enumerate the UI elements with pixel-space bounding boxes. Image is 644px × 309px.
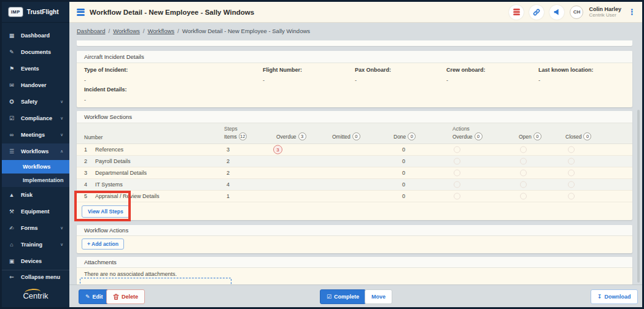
download-button[interactable]: ↧ Download: [591, 289, 638, 304]
sidebar-item-dashboard[interactable]: ▦ Dashboard: [2, 28, 69, 44]
row-name: Appraisal / Review Details: [95, 193, 160, 199]
kebab-menu-icon[interactable]: ⋮: [627, 7, 637, 17]
empty-badge: [454, 193, 460, 200]
sidebar-item-devices[interactable]: ▣ Devices: [2, 253, 69, 270]
field-value: -: [84, 97, 127, 103]
breadcrumb-link-workflows-2[interactable]: Workflows: [147, 28, 174, 34]
announcements-button[interactable]: [549, 5, 564, 20]
incident-register-button[interactable]: [509, 5, 524, 20]
red-stack-icon: [513, 9, 520, 15]
field-value: -: [538, 77, 594, 83]
sidebar-item-events[interactable]: ⚑ Events: [2, 61, 69, 77]
column-overdue-actions: Overdue0: [452, 132, 483, 140]
sidebar-item-compliance[interactable]: ☑ Compliance ∨: [2, 110, 69, 127]
empty-badge: [454, 158, 460, 165]
complete-button[interactable]: ☑ Complete: [320, 289, 366, 304]
row-name: References: [95, 147, 123, 153]
incident-fields: Type of Incident: - Flight Number: - Pax…: [77, 63, 632, 107]
sidebar-subitem-implementation[interactable]: Implementation: [2, 174, 69, 187]
table-row[interactable]: 1 References 3 3 0: [77, 144, 632, 156]
sidebar-item-documents[interactable]: ✎ Documents: [2, 44, 69, 61]
field-label: Incident Details:: [84, 86, 127, 93]
add-action-button[interactable]: + Add action: [82, 238, 124, 250]
workflow-sections-card: Workflow Sections Number Steps Actions I…: [77, 111, 632, 220]
card-title: Aircraft Incident Details: [84, 53, 144, 60]
table-row[interactable]: 4 IT Systems 4 0: [77, 179, 632, 191]
collapse-menu-button[interactable]: ⇐ Collapse menu: [2, 270, 69, 284]
table-row[interactable]: 3 Departmental Details 2 0: [77, 167, 632, 179]
sidebar-item-meetings[interactable]: ∞ Meetings ∨: [2, 127, 69, 143]
user-avatar[interactable]: CH: [570, 6, 583, 19]
row-done: 0: [402, 181, 405, 188]
main-area: Workflow Detail - New Employee - Sally W…: [69, 2, 642, 307]
breadcrumb-link-workflows[interactable]: Workflows: [113, 28, 140, 34]
sidebar-item-training[interactable]: ⌂ Training ∨: [2, 237, 69, 253]
link-button[interactable]: [529, 5, 544, 20]
paperclip-icon: ✎: [8, 49, 15, 55]
edit-button[interactable]: ✎ Edit: [79, 289, 110, 304]
sidebar-item-safety[interactable]: ✪ Safety ∨: [2, 94, 69, 110]
column-omitted: Omitted0: [332, 132, 360, 140]
trash-icon: [113, 294, 119, 300]
chevron-down-icon: ∨: [60, 132, 63, 137]
count-badge: 0: [533, 132, 541, 140]
sidebar-item-label: Documents: [21, 49, 63, 55]
handover-icon: ✉: [8, 82, 15, 88]
field-label: Flight Number:: [263, 67, 302, 73]
app-window: IMP TrustFlight ▦ Dashboard ✎ Documents …: [0, 0, 644, 309]
sidebar-item-workflows[interactable]: ☰ Workflows ∧: [2, 143, 69, 160]
count-badge: 3: [298, 132, 306, 140]
empty-badge: [520, 181, 527, 188]
view-all-steps-button[interactable]: View All Steps: [82, 205, 130, 218]
move-button-label: Move: [371, 294, 386, 300]
empty-badge: [454, 147, 460, 153]
row-done: 0: [402, 193, 405, 199]
delete-button[interactable]: Delete: [106, 289, 145, 304]
dashboard-icon: ▦: [8, 32, 15, 39]
empty-badge: [520, 170, 527, 177]
count-badge: 0: [475, 132, 483, 140]
table-row[interactable]: 5 Appraisal / Review Details 1 0: [77, 191, 632, 202]
row-name: IT Systems: [95, 181, 123, 188]
chevron-down-icon: ∨: [60, 242, 63, 247]
sidebar-item-label: Equipment: [21, 208, 63, 215]
people-icon: ∞: [8, 132, 15, 138]
vertical-scrollbar[interactable]: [637, 110, 640, 283]
row-items: 2: [227, 170, 230, 176]
empty-badge: [520, 147, 527, 153]
collapse-menu-label: Collapse menu: [21, 274, 60, 280]
row-number: 2: [84, 158, 87, 164]
user-info[interactable]: Colin Harley Centrik User: [589, 6, 621, 18]
move-button[interactable]: Move: [365, 289, 392, 304]
sidebar-item-handover[interactable]: ✉ Handover: [2, 77, 69, 94]
app-logo[interactable]: IMP TrustFlight: [2, 2, 69, 23]
table-row[interactable]: 2 Payroll Details 2 0: [77, 156, 632, 167]
empty-badge: [454, 170, 460, 177]
breadcrumb-link-dashboard[interactable]: Dashboard: [77, 28, 105, 34]
card-title: Workflow Sections: [84, 113, 132, 120]
imp-logo-icon: IMP: [8, 7, 23, 17]
sidebar-item-equipment[interactable]: ⚒ Equipment: [2, 204, 69, 220]
empty-badge: [520, 193, 527, 200]
edit-button-label: Edit: [93, 294, 103, 300]
edit-pencil-icon: ✎: [85, 294, 90, 300]
row-done: 0: [402, 147, 405, 153]
attachment-dropzone[interactable]: [80, 278, 231, 284]
sidebar-subitem-label: Workflows: [23, 164, 50, 170]
sidebar-subitem-workflows[interactable]: Workflows: [2, 160, 69, 174]
row-number: 5: [84, 193, 87, 199]
field-crew-onboard: Crew onboard: -: [446, 67, 486, 83]
partially-scrolled-card: [77, 40, 632, 46]
empty-badge: [520, 158, 527, 165]
empty-badge: [568, 147, 575, 153]
aircraft-incident-details-card: Aircraft Incident Details Type of Incide…: [77, 51, 632, 107]
breadcrumb-current: Workflow Detail - New Employee - Sally W…: [182, 28, 310, 34]
empty-badge: [568, 193, 575, 200]
workflow-stack-icon: ☰: [8, 148, 15, 154]
chevron-down-icon: ∨: [60, 226, 63, 231]
sidebar-item-forms[interactable]: ✍ Forms ∨: [2, 220, 69, 237]
sidebar: IMP TrustFlight ▦ Dashboard ✎ Documents …: [2, 2, 69, 307]
row-items: 2: [227, 158, 230, 164]
sidebar-item-risk[interactable]: ▲ Risk: [2, 187, 69, 204]
overdue-badge: 3: [273, 145, 282, 154]
